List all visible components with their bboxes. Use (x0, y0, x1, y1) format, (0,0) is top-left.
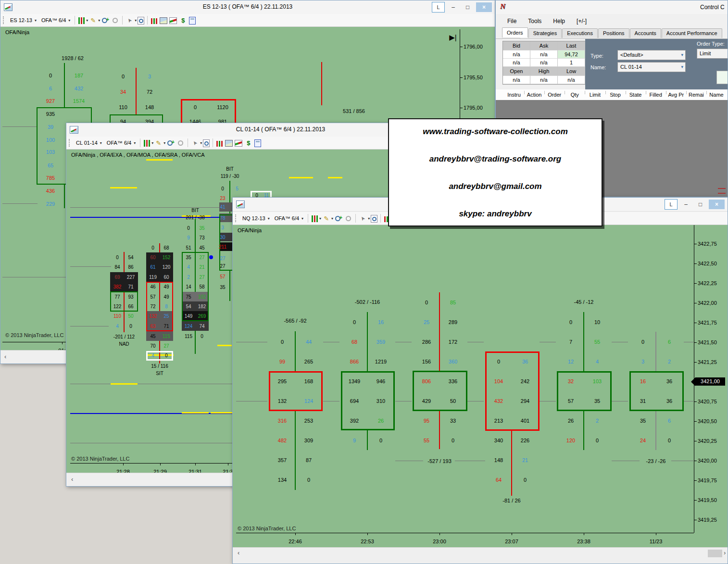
cluster-value: 0 (668, 438, 671, 443)
price-tick (694, 362, 697, 363)
cluster-value: 253 (304, 418, 313, 424)
cluster-box (485, 351, 540, 431)
cluster-value: 110 (113, 313, 121, 319)
menu-file[interactable]: File (507, 18, 516, 25)
grid-column-qty[interactable]: Qty (571, 92, 579, 98)
grid-column-state[interactable]: State (629, 92, 642, 98)
cluster-value: 124 (185, 324, 193, 329)
cluster-header: -565 / -92 (284, 318, 306, 324)
market-column-header: Last (558, 41, 585, 50)
cluster-value: 12 (568, 359, 574, 364)
cluster-value: 269 (198, 313, 206, 319)
tab-strategies[interactable]: Strategies (528, 28, 562, 38)
cluster-value: 85 (450, 300, 456, 305)
grid-column-avg-pr[interactable]: Avg Pr (668, 92, 684, 98)
cluster-footer: -201 / 112 (113, 334, 135, 339)
price-label: 3419,25 (698, 517, 717, 523)
cluster-value: 35 (199, 226, 204, 231)
grid-column-name[interactable]: Name (709, 92, 723, 98)
cluster-value: 25 (163, 313, 169, 319)
price-field[interactable] (716, 71, 728, 84)
menu-tools[interactable]: Tools (528, 18, 541, 25)
chart-line (211, 412, 233, 414)
cluster-value: 35 (640, 418, 646, 424)
cluster-value: 9 (187, 235, 190, 240)
cluster-value: 227 (127, 275, 135, 280)
cluster-value: 93 (128, 294, 133, 300)
grid-column-remai[interactable]: Remai (689, 92, 704, 98)
market-value: n/a (530, 59, 558, 67)
scroll-left-icon[interactable]: ‹ (71, 476, 73, 483)
scrollbar-thumb[interactable] (708, 550, 722, 557)
atm-type-select[interactable]: <Default>▾ (617, 50, 686, 60)
tab-positions[interactable]: Positions (598, 28, 629, 38)
scroll-right-icon[interactable]: › (724, 549, 726, 556)
order-type-select[interactable]: Limit (697, 49, 728, 59)
horizontal-scrollbar[interactable]: ‹ › (233, 547, 728, 559)
cluster-value: 60 (150, 255, 155, 260)
grid-column-filled[interactable]: Filled (650, 92, 662, 98)
cluster-value: 124 (304, 398, 313, 404)
time-label: 22:53 (361, 539, 374, 544)
nq-chart-canvas[interactable]: 0449926529516813212431625348230935787134… (233, 198, 728, 564)
chart-line (455, 461, 485, 461)
grid-column-stop[interactable]: Stop (610, 92, 621, 98)
cluster-value: 50 (450, 398, 456, 404)
cluster-value: 0 (116, 255, 119, 260)
resize-grip-icon[interactable] (718, 188, 726, 194)
price-tick (694, 244, 697, 244)
cluster-value: 21 (522, 457, 528, 463)
time-tick (295, 533, 296, 535)
cluster-value: 31 (640, 398, 646, 404)
cluster-value: 58 (199, 284, 204, 289)
tab-account-performance[interactable]: Account Performance (662, 28, 722, 38)
tab-accounts[interactable]: Accounts (630, 28, 661, 38)
tab-orders[interactable]: Orders (502, 27, 528, 38)
desktop: ES 12-13 ( OFA™ 6/4 ) 22.11.2013 L – □ ×… (0, 0, 728, 564)
cluster-value: 0 (49, 73, 52, 78)
scroll-left-icon[interactable]: ‹ (238, 549, 239, 556)
price-tick (694, 441, 697, 441)
time-label: 23:00 (433, 539, 446, 544)
grid-column-order[interactable]: Order (548, 92, 561, 98)
order-type-label: Order Type: (697, 41, 725, 47)
cluster-value: 694 (350, 398, 359, 404)
cluster-value: 73 (199, 235, 204, 240)
menu-[interactable]: [+/-] (577, 18, 587, 25)
scroll-left-icon[interactable]: ‹ (4, 353, 6, 360)
chart-line (2, 126, 38, 127)
price-label: 3420,75 (698, 399, 717, 404)
cluster-value: 72 (147, 89, 152, 95)
cluster-header: 531 / 856 (343, 108, 365, 114)
cluster-line (439, 292, 440, 371)
time-tick (656, 533, 656, 535)
order-entry-panel: Type: <Default>▾ Name: CL 01-14▾ Order T… (585, 39, 728, 89)
grid-column-limit[interactable]: Limit (590, 92, 601, 98)
time-tick (195, 463, 196, 465)
cluster-value: 6 (49, 86, 52, 91)
cluster-value: 104 (494, 378, 503, 384)
cluster-value: 8 (165, 304, 168, 309)
atm-name-select[interactable]: CL 01-14▾ (617, 62, 686, 72)
tab-executions[interactable]: Executions (562, 28, 598, 38)
cluster-line (295, 331, 296, 371)
cluster-value: 294 (521, 398, 529, 404)
market-value: n/a (503, 76, 530, 84)
price-tick (694, 263, 697, 264)
titlebar[interactable]: N Control C (496, 0, 728, 14)
cluster-value: 65 (48, 163, 53, 168)
price-label: 3421,25 (698, 359, 717, 365)
menu-help[interactable]: Help (553, 18, 565, 25)
grid-column-action[interactable]: Action (527, 92, 542, 98)
cluster-value: 68 (163, 245, 169, 251)
name-label: Name: (590, 64, 606, 70)
grid-column-instru[interactable]: Instru (507, 92, 521, 98)
cluster-value: 0 (165, 353, 168, 358)
cluster-value: 0 (379, 438, 382, 443)
cluster-value: 0 (641, 339, 644, 345)
chart-line (236, 401, 267, 401)
cluster-value: 432 (75, 86, 83, 91)
time-tick (367, 533, 368, 535)
cluster-box (413, 371, 467, 411)
time-tick (160, 463, 161, 465)
